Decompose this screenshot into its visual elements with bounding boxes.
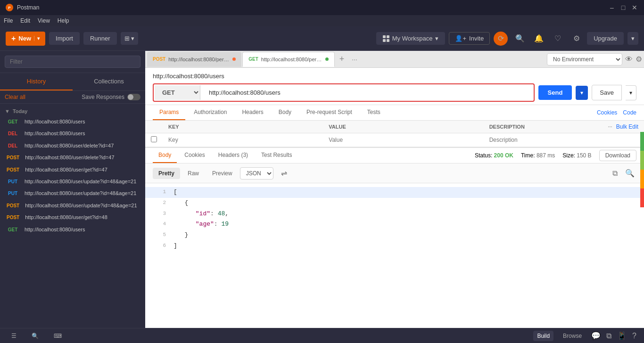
device-icon[interactable]: 📱: [617, 331, 627, 341]
sync-icon[interactable]: ⟳: [494, 32, 508, 46]
console-icon[interactable]: ⌨: [50, 331, 66, 341]
bottom-bar: ☰ 🔍 ⌨ Build Browse 💬 ⧉ 📱 ?: [0, 328, 644, 343]
search-response-icon[interactable]: 🔍: [623, 167, 636, 180]
description-input[interactable]: [489, 137, 638, 143]
list-item[interactable]: PUT http://localhost:8080/user/update?id…: [0, 176, 145, 188]
wrap-lines-icon[interactable]: ⇌: [275, 166, 293, 180]
resp-tab-test-results[interactable]: Test Results: [256, 148, 297, 163]
import-button[interactable]: Import: [49, 32, 80, 45]
list-item[interactable]: POST http://localhost:8080/user/delete?i…: [0, 152, 145, 163]
request-tab-get[interactable]: GET http://localhost:8080/person/sav: [242, 52, 335, 67]
list-item[interactable]: PUT http://localhost:8080/user/update?id…: [0, 188, 145, 199]
json-close-brace: }: [173, 230, 188, 240]
param-checkbox[interactable]: [151, 136, 157, 142]
tab-body[interactable]: Body: [272, 105, 298, 120]
menu-edit[interactable]: Edit: [20, 17, 30, 24]
status-value: 200 OK: [494, 152, 513, 159]
more-tabs-button[interactable]: ···: [349, 56, 360, 63]
method-select[interactable]: GET POST PUT DELETE: [155, 85, 200, 100]
tab-tests[interactable]: Tests: [361, 105, 387, 120]
status-color-bar: [640, 132, 644, 207]
url-input[interactable]: [204, 86, 533, 99]
filter-input[interactable]: [5, 56, 140, 68]
tab-history[interactable]: History: [0, 73, 73, 90]
close-icon[interactable]: ✕: [631, 4, 638, 11]
new-button[interactable]: + New ▾: [6, 32, 45, 46]
maximize-icon[interactable]: □: [619, 4, 627, 11]
save-dropdown-button[interactable]: ▾: [626, 85, 636, 100]
title-bar: P Postman – □ ✕: [0, 0, 644, 15]
env-settings-icon[interactable]: ⚙: [636, 55, 642, 64]
minimize-icon[interactable]: –: [608, 4, 616, 11]
tab-pre-request-script[interactable]: Pre-request Script: [300, 105, 359, 120]
download-button[interactable]: Download: [599, 150, 636, 161]
json-open-brace: {: [173, 198, 188, 208]
bulk-edit-dots-icon: ···: [608, 124, 612, 130]
bottom-bar-right: Build Browse 💬 ⧉ 📱 ?: [533, 331, 636, 341]
pretty-view-button[interactable]: Pretty: [153, 168, 180, 179]
send-dropdown-button[interactable]: ▾: [576, 86, 588, 100]
value-input[interactable]: [329, 137, 478, 143]
menu-file[interactable]: File: [4, 17, 13, 24]
upgrade-button[interactable]: Upgrade: [587, 32, 624, 45]
raw-view-button[interactable]: Raw: [182, 168, 205, 179]
preview-view-button[interactable]: Preview: [206, 168, 238, 179]
environment-select[interactable]: No Environment: [547, 53, 622, 65]
main-layout: History Collections Clear all Save Respo…: [0, 51, 644, 328]
tab-authorization[interactable]: Authorization: [187, 105, 233, 120]
heart-icon[interactable]: ♡: [551, 32, 564, 45]
send-button[interactable]: Send: [538, 85, 572, 100]
search-bottom-icon[interactable]: 🔍: [28, 331, 42, 341]
menu-view[interactable]: View: [38, 17, 50, 24]
help-icon[interactable]: ?: [632, 331, 636, 341]
notification-bell-icon[interactable]: 🔔: [532, 32, 545, 45]
bulk-edit-button[interactable]: Bulk Edit: [616, 123, 638, 130]
runner-button[interactable]: Runner: [83, 32, 117, 45]
tab-method-get: GET: [248, 57, 258, 62]
resp-tab-cookies[interactable]: Cookies: [179, 148, 210, 163]
list-item[interactable]: DEL http://localhost:8080/users: [0, 128, 145, 139]
resp-tab-headers[interactable]: Headers (3): [213, 148, 254, 163]
list-item[interactable]: GET http://localhost:8080/users: [0, 116, 145, 128]
expand-icon[interactable]: ⧉: [606, 331, 611, 341]
tab-collections[interactable]: Collections: [73, 73, 145, 90]
api-network-button[interactable]: ⊞ ▾: [121, 32, 139, 45]
status-label: Status: 200 OK: [475, 152, 513, 159]
history-url: http://localhost:8080/users: [25, 130, 85, 137]
save-responses-toggle[interactable]: [127, 94, 140, 100]
key-input[interactable]: [168, 137, 317, 143]
list-item[interactable]: DEL http://localhost:8080/user/delete?id…: [0, 140, 145, 152]
sidebar-toggle-icon[interactable]: ☰: [8, 331, 20, 341]
upgrade-dropdown-icon[interactable]: ▾: [627, 32, 638, 45]
request-tab-post[interactable]: POST http://localhost:8080/person/se: [147, 52, 241, 67]
env-eye-icon[interactable]: 👁: [625, 55, 633, 64]
list-item[interactable]: GET http://localhost:8080/users: [0, 224, 145, 236]
browse-button[interactable]: Browse: [559, 331, 586, 341]
invite-button[interactable]: 👤+ Invite: [449, 32, 490, 45]
clear-all-button[interactable]: Clear all: [5, 94, 25, 100]
method-badge-get: GET: [5, 227, 21, 233]
format-select[interactable]: JSON XML HTML Text: [240, 167, 273, 180]
settings-icon[interactable]: ⚙: [570, 32, 583, 45]
request-tabs: Params Authorization Headers Body Pre-re…: [145, 105, 644, 121]
resp-tab-body[interactable]: Body: [153, 148, 177, 163]
add-tab-button[interactable]: +: [336, 54, 348, 64]
code-link[interactable]: Code: [623, 109, 636, 116]
cookies-link[interactable]: Cookies: [597, 109, 617, 116]
workspace-button[interactable]: My Workspace ▾: [376, 32, 446, 45]
build-button[interactable]: Build: [533, 331, 553, 341]
list-item[interactable]: POST http://localhost:8080/user/update?i…: [0, 200, 145, 212]
list-item[interactable]: POST http://localhost:8080/user/get?id=4…: [0, 164, 145, 176]
toolbar: + New ▾ Import Runner ⊞ ▾ My Workspace ▾…: [0, 26, 644, 51]
save-button[interactable]: Save: [592, 85, 622, 100]
tab-headers[interactable]: Headers: [235, 105, 270, 120]
line-number: 1: [153, 188, 166, 197]
chat-icon[interactable]: 💬: [591, 331, 601, 341]
menu-help[interactable]: Help: [58, 17, 69, 24]
search-icon[interactable]: 🔍: [513, 32, 527, 45]
list-item[interactable]: POST http://localhost:8080/user/get?id=4…: [0, 212, 145, 223]
tab-params[interactable]: Params: [153, 105, 185, 120]
history-url: http://localhost:8080/user/get?id=48: [25, 214, 107, 221]
sidebar-content: ▼ Today GET http://localhost:8080/users …: [0, 104, 145, 328]
copy-response-icon[interactable]: ⧉: [611, 167, 619, 180]
